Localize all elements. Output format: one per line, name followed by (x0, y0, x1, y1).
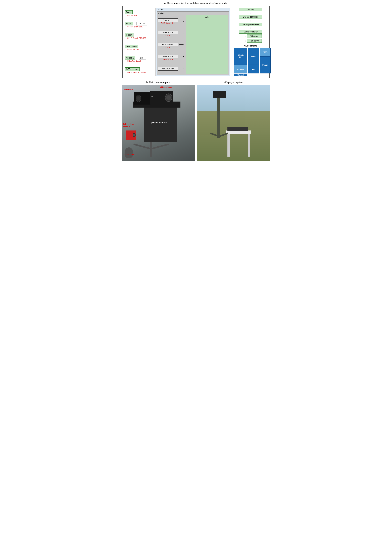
gui-alt: ALT (248, 65, 259, 73)
matlab-label: Matlab (158, 12, 164, 15)
tilt-servo-row: ↘ Tilt servo (245, 34, 262, 38)
gui-results: Results (234, 65, 247, 73)
vcam-box: Vcam (125, 22, 133, 26)
deployed-camera-platform (213, 91, 226, 99)
fisheye-camera-body (126, 130, 136, 140)
antenna-sublabel: ↳NooElec Nano 2+ (127, 60, 154, 62)
video-camera-lens (165, 94, 172, 102)
ircam-block: IRcam ↳FLIR Breach PTQ-136 (125, 33, 154, 39)
microphone-box: Microphone (125, 45, 138, 48)
arrow-5: ▶ (179, 67, 184, 69)
tripod-right (150, 143, 169, 150)
section-b: b) Main hardware parts. HD (122, 81, 195, 161)
laptop-area: Laptop Matlab Fcam worker GMM+Kalman fil… (155, 8, 230, 76)
section-b-title: b) Main hardware parts. (122, 81, 195, 84)
hardware-inputs-col: Fcam ↳ELP 8 Mpx Vcam → Cam link ↳Sony HD… (125, 8, 154, 76)
gps-box: GPS-receiver (125, 68, 140, 71)
battery-box: Battery (239, 8, 262, 11)
main-label: Main (205, 16, 209, 18)
dc-converter-box: DC-DC converter (239, 15, 262, 19)
label-microphone: microphone (124, 153, 134, 156)
section-a-title: a) System architecture with hardware and… (122, 2, 270, 5)
arrow-4: ▶ (179, 55, 184, 57)
ircam-sublabel: ↳FLIR Breach PTQ-136 (127, 37, 154, 39)
workers-col: Fcam worker GMM+Kalman filter Vcam worke… (158, 15, 178, 74)
gps-block: GPS-receiver ↳G-STAR IV BU-353S4 (125, 68, 154, 73)
laptop-body (227, 127, 248, 131)
sky-bg (197, 85, 270, 111)
hd-label: HD (151, 95, 153, 97)
fcam-worker-block: Fcam worker GMM+Kalman filter (158, 18, 178, 24)
ircam-box: IRcam (125, 33, 134, 37)
section-c: c) Deployed system. (197, 81, 270, 161)
gui-vcam: Vcam (248, 48, 259, 65)
servo-controller-row: Servo controller (239, 30, 262, 34)
audio-worker-box: Audio worker (158, 55, 178, 58)
pan-servo-box: Pan servo (247, 39, 262, 43)
worker-arrows: ▶ ▶ ▶ ▶ ▶ (179, 15, 184, 74)
section-a: a) System architecture with hardware and… (122, 2, 270, 78)
fcam-worker-box: Fcam worker (158, 18, 178, 22)
servo-relay-box: Servo power relay (239, 23, 262, 26)
antenna-box: Antenna (125, 56, 135, 60)
main-area: Main (186, 15, 228, 74)
ir-camera-body (134, 92, 150, 104)
matlab-area: Matlab Fcam worker GMM+Kalman filter Vca… (157, 11, 229, 75)
section-c-title: c) Deployed system. (197, 81, 270, 84)
vcam-worker-block: Vcam worker Yolo v2 (158, 31, 178, 36)
tilt-servo-box: Tilt servo (247, 34, 262, 38)
bottom-sections: b) Main hardware parts. HD (122, 81, 270, 161)
vcam-worker-box: Vcam worker (158, 31, 178, 34)
photo-b: HD IR camera video camera pan/tilt platf… (122, 85, 195, 161)
gui-ircam: IRcam (260, 56, 271, 73)
gui-title: GUI elements (234, 45, 267, 47)
arrow-1: ▶ (179, 20, 184, 22)
adsb-worker-box: ADS-B worker (158, 67, 178, 71)
fcam-block: Fcam ↳ELP 8 Mpx (125, 10, 154, 16)
photo-c (197, 85, 270, 161)
right-col: Battery ↓ DC-DC converter ↓ Servo power … (234, 8, 267, 76)
vcam-sublabel: ↳Sony HDR-CX405 (127, 26, 154, 28)
ircam-worker-box: IRcam worker (158, 43, 178, 46)
ir-camera-lens (136, 95, 141, 102)
arrow-2: ▶ (179, 32, 184, 34)
laptop-label: Laptop (157, 9, 229, 11)
servo-controller-box: Servo controller (239, 30, 262, 34)
video-camera-body: HD (150, 91, 173, 104)
dc-arrow-1: ↓ (250, 11, 251, 15)
diagram-outer: Fcam ↳ELP 8 Mpx Vcam → Cam link ↳Sony HD… (122, 6, 270, 78)
gui-adsb-ppi: ADS-BPPI (234, 48, 247, 65)
mast (217, 92, 220, 138)
gui-area: GUI elements ADS-BPPI Fcam Vcam Results … (234, 45, 267, 76)
adsb-worker-block: ADS-B worker (158, 67, 178, 71)
gui-fcam: Fcam (260, 48, 271, 56)
gui-control: Control (234, 74, 247, 76)
pan-servo-row: ↘ Pan servo (245, 39, 262, 43)
dc-arrow-2: ↓ (250, 19, 251, 22)
srv-ctrl-wrapper: Servo controller (239, 30, 262, 34)
arrow-3: ▶ (179, 44, 184, 46)
microphone-block: Microphone ↳Boya BY-MM1 (125, 45, 154, 51)
ground-bg (197, 111, 270, 161)
label-video-camera: video camera (160, 86, 172, 88)
table-leg-2 (248, 134, 250, 156)
vcam-block: Vcam → Cam link ↳Sony HDR-CX405 (125, 22, 154, 28)
microphone-sublabel: ↳Boya BY-MM1 (127, 49, 154, 51)
cam-link-box: Cam link (136, 22, 147, 26)
label-fisheye: fisheye lenscamera (123, 123, 134, 127)
dc-arrow-3: ↓ (250, 26, 251, 30)
audio-worker-block: Audio worker MFCC+LSTM (158, 55, 178, 60)
sdr-box: SDR (139, 56, 146, 60)
gps-sublabel: ↳G-STAR IV BU-353S4 (127, 71, 154, 73)
gui-grid: ADS-BPPI Fcam Vcam Results ALT IRcam Con… (234, 48, 267, 76)
fcam-sublabel: ↳ELP 8 Mpx (127, 14, 154, 16)
ircam-worker-block: IRcam worker Yolo v2 (158, 43, 178, 48)
table-leg-1 (227, 134, 230, 156)
microphone-body (125, 147, 133, 158)
tripod-left (134, 143, 152, 150)
antenna-block: Antenna → SDR ↳NooElec Nano 2+ (125, 56, 154, 62)
servo-outputs: ↘ Tilt servo ↘ Pan servo (239, 34, 262, 43)
label-pan-tilt: pan/tilt platform (151, 121, 167, 124)
fisheye-lens (133, 133, 136, 137)
main-to-srv-arrow: Servo controller (239, 30, 262, 34)
